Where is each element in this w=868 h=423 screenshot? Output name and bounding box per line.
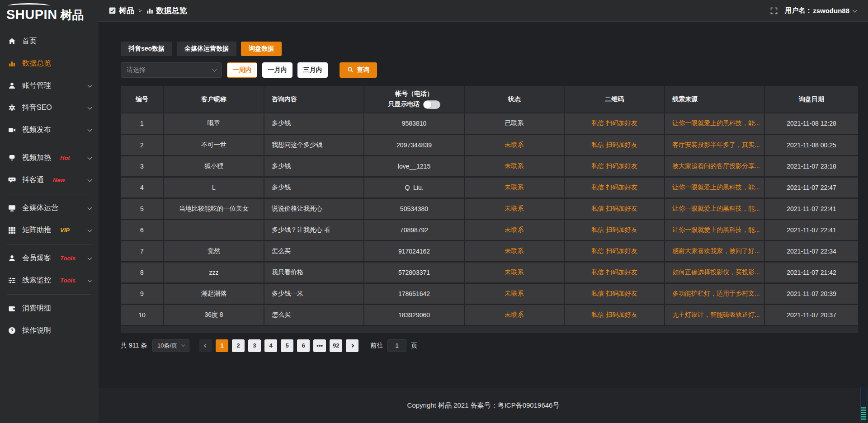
tab-inquiry-data[interactable]: 询盘数据 — [241, 42, 282, 56]
cell-qr-links[interactable]: 私信 扫码加好友 — [564, 283, 665, 304]
sidebar-item-douyin-seo[interactable]: 抖音SEO — [0, 97, 99, 119]
cell-content: 我只看价格 — [264, 262, 364, 283]
sidebar-item-expense[interactable]: 消费明细 — [0, 297, 99, 320]
account-select[interactable]: 请选择 — [121, 62, 222, 78]
svg-text:?: ? — [10, 328, 13, 333]
cell-qr-links[interactable]: 私信 扫码加好友 — [564, 198, 665, 219]
sidebar-item-member-burst[interactable]: 会员爆客Tools — [0, 247, 99, 269]
cell-account: Q_Liu. — [364, 177, 464, 198]
sidebar-item-help[interactable]: ?操作说明 — [0, 320, 99, 342]
cell-source-link[interactable]: 让你一眼就爱上的黑科技，能... — [665, 219, 764, 240]
cell-nickname: 狐小狸 — [164, 155, 264, 177]
sidebar-item-media-ops[interactable]: 全媒体运营 — [0, 197, 99, 219]
devtools-mini-widget — [860, 387, 867, 422]
cell-qr-links[interactable]: 私信 扫码加好友 — [564, 219, 665, 240]
cell-qr-links[interactable]: 私信 扫码加好友 — [564, 155, 665, 177]
next-page-button[interactable] — [346, 339, 359, 352]
sidebar-item-home[interactable]: 首页 — [0, 30, 99, 52]
cell-no: 1 — [121, 113, 164, 134]
cell-account: 50534380 — [364, 198, 464, 219]
page-button-92[interactable]: 92 — [330, 339, 342, 352]
cell-qr-links[interactable]: 私信 扫码加好友 — [564, 240, 665, 262]
breadcrumb-item-overview[interactable]: 数据总览 — [146, 5, 187, 16]
cell-qr-links[interactable]: 私信 扫码加好友 — [564, 177, 665, 198]
chevron-down-icon — [88, 155, 92, 160]
page-button-3[interactable]: 3 — [248, 339, 261, 352]
tab-media-ops-data[interactable]: 全媒体运营数据 — [177, 42, 236, 56]
more-pages-button[interactable]: ••• — [313, 339, 326, 352]
sidebar-item-label: 矩阵助推 — [22, 226, 51, 235]
cell-qr-links[interactable]: 私信 扫码加好友 — [564, 113, 665, 134]
sidebar-item-video-publish[interactable]: 视频发布 — [0, 119, 99, 141]
sidebar-item-video-heat[interactable]: 视频加热Hot — [0, 147, 99, 169]
cell-nickname: 潮起潮落 — [164, 283, 264, 304]
prev-page-button[interactable] — [199, 339, 212, 352]
phone-only-toggle[interactable] — [423, 100, 440, 109]
range-button-quarter[interactable]: 三月内 — [297, 62, 328, 78]
cell-nickname: 哦章 — [164, 113, 264, 134]
cell-source-link[interactable]: 客厅安装投影半年多了，真实... — [665, 134, 764, 155]
sidebar-item-overview[interactable]: 数据总览 — [0, 52, 99, 75]
sidebar-item-matrix-boost[interactable]: 矩阵助推VIP — [0, 219, 99, 241]
table-row: 5当地比较能吃的一位美女说说价格让我死心50534380未联系私信 扫码加好友让… — [121, 198, 858, 219]
sidebar-item-label: 首页 — [22, 37, 37, 46]
page-button-5[interactable]: 5 — [281, 339, 293, 352]
cell-source-link[interactable]: 让你一眼就爱上的黑科技，能... — [665, 113, 764, 134]
page-button-1[interactable]: 1 — [216, 339, 228, 352]
sliders-icon — [8, 277, 16, 284]
inquiry-table: 编号客户昵称咨询内容帐号（电话）只显示电话状态二维码线索来源询盘日期 1哦章多少… — [121, 86, 858, 326]
cell-status: 未联系 — [464, 198, 564, 219]
user-menu[interactable]: 用户名：zswodun88 — [785, 6, 856, 15]
cell-date: 2021-11-07 22:34 — [764, 240, 858, 262]
chevron-left-icon — [204, 343, 208, 347]
footer: Copyright 树品 2021 备案号：粤ICP备09019646号 — [99, 388, 868, 423]
cell-no: 6 — [121, 219, 164, 240]
cell-source-link[interactable]: 如何正确选择投影仪，买投影... — [665, 262, 764, 283]
sidebar-item-leads-monitor[interactable]: 线索监控Tools — [0, 269, 99, 291]
page-button-4[interactable]: 4 — [264, 339, 277, 352]
cell-account: 917024162 — [364, 240, 464, 262]
dashboard-icon — [108, 7, 116, 14]
cell-nickname: L — [164, 177, 264, 198]
sidebar-item-doukotong[interactable]: 抖客通New — [0, 169, 99, 191]
breadcrumb-item-shupin[interactable]: 树品 — [108, 5, 134, 16]
cell-account: 178651642 — [364, 283, 464, 304]
fullscreen-icon[interactable] — [770, 7, 778, 14]
cell-qr-links[interactable]: 私信 扫码加好友 — [564, 262, 665, 283]
goto-page-input[interactable] — [387, 339, 406, 352]
cell-source-link[interactable]: 感谢大家喜欢我家，被问了好... — [665, 240, 764, 262]
cell-status: 已联系 — [464, 113, 564, 134]
range-button-month[interactable]: 一月内 — [262, 62, 292, 78]
page-button-2[interactable]: 2 — [232, 339, 245, 352]
cell-account: love__1215 — [364, 155, 464, 177]
cell-source-link[interactable]: 让你一眼就爱上的黑科技，能... — [665, 177, 764, 198]
cell-qr-links[interactable]: 私信 扫码加好友 — [564, 304, 665, 325]
cell-source-link[interactable]: 被大家追着问的客厅投影分享... — [665, 155, 764, 177]
sidebar-item-account[interactable]: 账号管理 — [0, 75, 99, 97]
table-header-row: 编号客户昵称咨询内容帐号（电话）只显示电话状态二维码线索来源询盘日期 — [121, 86, 858, 113]
chevron-down-icon — [181, 343, 185, 347]
gear-icon — [8, 104, 16, 112]
search-button-label: 查询 — [357, 66, 369, 74]
page-button-6[interactable]: 6 — [297, 339, 310, 352]
chevron-right-icon — [350, 343, 354, 347]
cell-qr-links[interactable]: 私信 扫码加好友 — [564, 134, 665, 155]
cell-date: 2021-11-07 22:47 — [764, 177, 858, 198]
cell-source-link[interactable]: 无主灯设计，智能磁吸轨道灯... — [665, 304, 764, 325]
page-buttons: 123456•••92 — [199, 339, 359, 352]
breadcrumb-label: 树品 — [119, 5, 134, 16]
tab-douyin-seo-data[interactable]: 抖音seo数据 — [121, 42, 172, 56]
page-size-select[interactable]: 10条/页 — [152, 339, 189, 352]
cell-status: 未联系 — [464, 283, 564, 304]
column-header-no: 编号 — [121, 86, 164, 113]
column-header-account: 帐号（电话）只显示电话 — [364, 86, 464, 113]
sidebar-item-label: 数据总览 — [22, 59, 51, 68]
range-button-week[interactable]: 一周内 — [227, 62, 257, 78]
sidebar-nav: 首页数据总览账号管理抖音SEO视频发布视频加热Hot抖客通New全媒体运营矩阵助… — [0, 30, 99, 423]
cell-source-link[interactable]: 让你一眼就爱上的黑科技，能... — [665, 198, 764, 219]
cell-source-link[interactable]: 多功能护栏灯，适用于乡村文... — [665, 283, 764, 304]
sidebar-divider — [7, 144, 91, 144]
column-header-nickname: 客户昵称 — [164, 86, 264, 113]
search-button[interactable]: 查询 — [340, 62, 377, 78]
column-header-source: 线索来源 — [665, 86, 764, 113]
